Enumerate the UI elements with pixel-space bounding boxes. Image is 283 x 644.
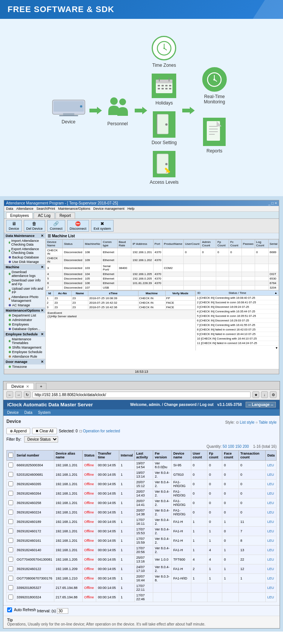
toolbar-disconnect-btn[interactable]: ⛔ Disconnect [67,220,89,232]
sidebar-header-machine[interactable]: Machine ✕ [4,264,45,270]
iclock-cell-3-0 [7,489,15,498]
menu-maintenance[interactable]: Maintenance/Options [58,207,90,211]
sidebar-header-door[interactable]: Door manage ✕ [4,359,45,364]
row-checkbox-12[interactable] [8,576,13,581]
iclock-nav-data[interactable]: Data [25,410,32,415]
iclock-nav-device[interactable]: Device [7,410,19,415]
realtime-label: Real-Time Monitoring [197,94,231,105]
row-checkbox-4[interactable] [8,500,13,505]
tab-employees[interactable]: Employees [6,212,33,218]
sidebar-export[interactable]: Export Attendance Checking Data [4,247,45,255]
browser-tab-close[interactable]: ✕ [26,384,29,389]
sidebar-photo[interactable]: Attendance Photo Management [4,295,45,303]
sidebar-employees[interactable]: Employees [4,322,45,327]
sidebar-ac[interactable]: AC Manage [4,303,45,307]
iclock-cell-5-3: Offline [82,508,96,517]
sidebar-disk[interactable]: Use Disk Manage [4,260,45,264]
sidebar-header-sched[interactable]: Employee Schedule ✕ [4,332,45,337]
row-checkbox-14[interactable] [8,595,13,599]
toolbar-device-btn[interactable]: 🖥 Device [6,220,22,232]
row-checkbox-13[interactable] [8,585,13,590]
row-checkbox-5[interactable] [8,510,13,515]
tab-aclog[interactable]: AC Log [34,212,54,218]
row-checkbox-8[interactable] [8,538,13,543]
sidebar-shifts[interactable]: Shifts Management [4,345,45,350]
forward-btn[interactable]: → [15,391,22,398]
iclock-cell-5-5: 1 [119,508,134,517]
row-checkbox-2[interactable] [8,481,13,486]
dot-disk [9,261,11,263]
refresh-btn[interactable]: ↻ [24,391,31,398]
toolbar-deldevice-btn[interactable]: 🗑 Del Device [24,220,46,232]
bookmark-btn[interactable]: ★ [252,391,259,398]
dot-tz [9,366,11,368]
list-style-label[interactable]: List style [240,420,254,424]
settings-btn[interactable]: ⚙ [270,391,277,398]
menu-device[interactable]: Device management [93,207,125,211]
sidebar-att-rule[interactable]: Attendance Rule [4,354,45,359]
sidebar-timezone[interactable]: Timezone [4,364,45,369]
iclock-cell-8-0 [7,536,15,546]
sidebar-timetable[interactable]: Maintenance Timetables [4,337,45,345]
sidebar-dept[interactable]: Department List [4,313,45,318]
row-checkbox-3[interactable] [8,491,13,496]
iclock-cell-12-11: 1 [222,574,239,583]
machine-cell-4-6: 4370 [153,277,163,281]
machine-cell-5-7 [163,281,184,286]
iclock-cell-5-10: 0 [208,508,222,517]
browser-new-tab[interactable]: + [36,383,46,389]
sidebar-upload-user[interactable]: Upload user info and FP [4,286,45,295]
holidays-label: Holidays [155,100,173,106]
machine-cell-4-8 [184,277,201,281]
toolbar-exit-btn[interactable]: ✖ Exit system [91,220,114,232]
log-cell-2-1: 23 [54,305,72,310]
row-checkbox-1[interactable] [8,472,13,477]
sidebar-import[interactable]: Import Attendance Checking Data [4,238,45,247]
toolbar-connect-btn[interactable]: 🔗 Connect [47,220,65,232]
menu-data[interactable]: Data [6,207,13,211]
machine-cell-6-13 [255,286,268,290]
url-bar[interactable] [32,392,251,398]
interval-input[interactable] [57,608,68,614]
row-checkbox-0[interactable] [8,463,13,467]
append-btn[interactable]: ⊕ Append [6,428,30,434]
iclock-nav-system[interactable]: System [38,410,51,415]
sidebar-admin[interactable]: Administrator [4,318,45,322]
event-scroll-up[interactable]: ▲ [274,291,277,295]
row-checkbox-7[interactable] [8,529,13,533]
iclock-cell-1-1: 52031824600681 [15,470,54,480]
svg-point-31 [165,163,168,165]
sidebar-emp-sched[interactable]: Employee Schedule [4,350,45,354]
language-btn[interactable]: -- Language -- [246,402,276,407]
sidebar-download-user[interactable]: Download user info and Fp [4,278,45,286]
machine-cell-5-10 [216,281,229,286]
menu-help[interactable]: Help [128,207,135,211]
filter-select[interactable]: Device Status [24,436,58,443]
sidebar-header-maint[interactable]: Maintenance/Options ✕ [4,308,45,313]
sidebar-backup[interactable]: Backup Database [4,255,45,260]
iclock-cell-7-6: 17/07 15:53 [134,527,153,536]
table-style-label[interactable]: Table style [259,420,277,424]
row-checkbox-11[interactable] [8,566,13,571]
sidebar-download-att[interactable]: Download attendance logs [4,270,45,278]
iclock-cell-2-6: 20/07 15:12 [134,480,153,489]
auto-refresh-checkbox[interactable] [7,607,12,612]
row-checkbox-9[interactable] [8,547,13,552]
iclock-cell-11-2: 192.168.1.209 [54,564,82,574]
browser-tab-device[interactable]: Device ✕ [6,383,34,389]
row-checkbox-10[interactable] [8,557,13,562]
row-checkbox-6[interactable] [8,519,13,524]
menu-search[interactable]: Search/Print [37,207,55,211]
iclock-cell-13-7 [153,583,172,593]
download-btn[interactable]: ↓ [261,391,268,398]
iclock-cell-12-12: 1 [239,574,266,583]
menu-attendance[interactable]: Attendance [16,207,34,211]
select-all-checkbox[interactable] [8,453,13,458]
iclock-cell-10-1: OGT704005704130081 [15,555,54,564]
sidebar-header-data[interactable]: Data Maintenance ✕ [4,233,45,238]
event-scroll-down[interactable]: ▼ [275,346,278,350]
sidebar-db[interactable]: Database Option... [4,327,45,331]
clear-all-btn[interactable]: ✖ Clear All [32,428,57,434]
back-btn[interactable]: ← [6,391,13,398]
tab-report[interactable]: Report [55,212,75,218]
